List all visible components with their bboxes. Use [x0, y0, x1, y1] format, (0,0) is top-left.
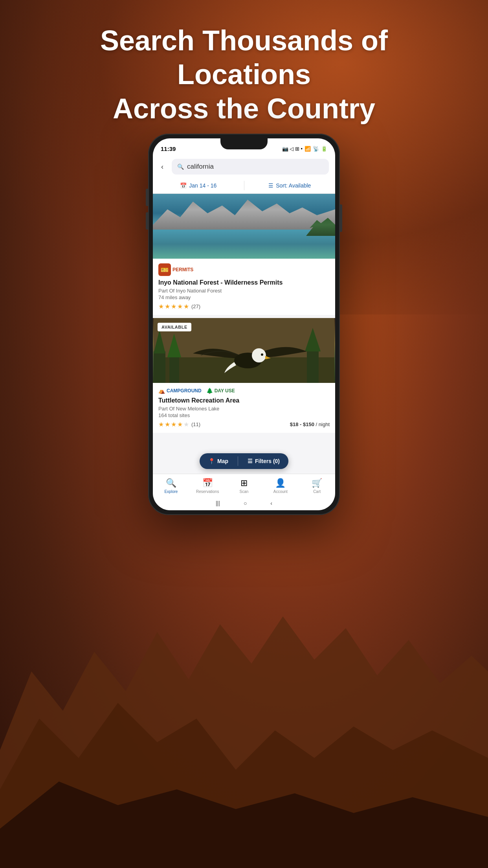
- svg-rect-4: [169, 355, 179, 383]
- phone-device: 11:39 📷 ◁ ⊞ • 📶 📡 🔋 ‹ 🔍 california: [148, 134, 340, 515]
- phone-frame: 11:39 📷 ◁ ⊞ • 📶 📡 🔋 ‹ 🔍 california: [148, 134, 340, 515]
- dayuse-tag: 🌲 DAY USE: [206, 388, 235, 394]
- map-label: Map: [217, 458, 228, 464]
- phone-notch: [220, 138, 268, 149]
- account-icon: 👤: [275, 478, 286, 488]
- dayuse-icon: 🌲: [206, 388, 213, 394]
- t-star-1: ★: [158, 421, 164, 428]
- card-tuttletown[interactable]: AVAILABLE ⛺ CAMPGROUND 🌲 DAY USE: [153, 318, 335, 433]
- filters-button[interactable]: ☰ Filters (0): [239, 453, 288, 469]
- star-3: ★: [171, 303, 176, 310]
- card-inyo-footer: ★ ★ ★ ★ ★ (27): [158, 303, 330, 310]
- wifi-icon: 📶: [305, 146, 311, 152]
- header-title: Search Thousands of Locations Across the…: [31, 24, 457, 125]
- card-inyo-tags: 🎫 PERMITS: [158, 263, 330, 276]
- android-back[interactable]: ‹: [270, 500, 272, 506]
- card-inyo-subtitle: Part Of Inyo National Forest: [158, 288, 330, 294]
- t-review-count: (11): [191, 421, 200, 427]
- page-header: Search Thousands of Locations Across the…: [0, 24, 488, 125]
- sort-filter-label: Sort: Available: [276, 182, 311, 189]
- phone-screen: 11:39 📷 ◁ ⊞ • 📶 📡 🔋 ‹ 🔍 california: [153, 138, 335, 510]
- sort-filter-button[interactable]: ☰ Sort: Available: [244, 178, 336, 193]
- content-scroll: 🎫 PERMITS Inyo National Forest - Wildern…: [153, 194, 335, 474]
- permits-icon: 🎫: [158, 263, 171, 276]
- nav-reservations[interactable]: 📅 Reservations: [189, 474, 226, 496]
- reservations-icon: 📅: [202, 478, 213, 488]
- permits-label: PERMITS: [172, 267, 193, 272]
- android-nav-bar: ||| ○ ‹: [153, 496, 335, 510]
- card-tuttletown-image: AVAILABLE: [153, 318, 335, 383]
- star-4: ★: [177, 303, 183, 310]
- android-recents[interactable]: |||: [216, 500, 220, 506]
- floating-buttons: 📍 Map ☰ Filters (0): [200, 453, 288, 469]
- svg-rect-6: [307, 349, 319, 383]
- filter-bar: 📅 Jan 14 - 16 ☰ Sort: Available: [153, 178, 335, 194]
- volume-down-button: [146, 212, 148, 230]
- card-tuttletown-sites: 164 total sites: [158, 412, 330, 418]
- float-divider: [238, 456, 238, 466]
- campground-icon: ⛺: [158, 388, 165, 394]
- t-star-5: ★: [183, 421, 189, 428]
- star-2: ★: [165, 303, 170, 310]
- back-button[interactable]: ‹: [156, 160, 169, 173]
- nav-scan[interactable]: ⊞ Scan: [226, 474, 262, 496]
- price-amount: $18 - $150: [290, 421, 314, 427]
- search-icon: 🔍: [177, 164, 184, 170]
- filters-label: Filters (0): [255, 458, 280, 464]
- date-filter-button[interactable]: 📅 Jan 14 - 16: [153, 178, 244, 193]
- power-button: [340, 204, 342, 232]
- explore-icon: 🔍: [166, 478, 176, 488]
- date-filter-label: Jan 14 - 16: [189, 182, 216, 189]
- explore-label: Explore: [164, 489, 178, 494]
- svg-point-11: [261, 353, 263, 356]
- volume-up-button: [146, 189, 148, 206]
- available-badge: AVAILABLE: [158, 323, 191, 331]
- card-tuttletown-stars: ★ ★ ★ ★ ★ (11): [158, 421, 200, 428]
- filters-icon: ☰: [248, 458, 253, 464]
- star-5-half: ★: [183, 303, 189, 310]
- nav-explore[interactable]: 🔍 Explore: [153, 474, 189, 496]
- t-star-2: ★: [165, 421, 170, 428]
- price-text: $18 - $150 / night: [290, 421, 330, 427]
- scan-icon: ⊞: [240, 478, 248, 488]
- permits-tag: 🎫 PERMITS: [158, 263, 193, 276]
- cart-icon: 🛒: [312, 478, 322, 488]
- background-mountains: [0, 514, 488, 868]
- campground-label: CAMPGROUND: [167, 388, 202, 394]
- t-star-4-half: ★: [177, 421, 183, 428]
- map-pin-icon: 📍: [208, 458, 215, 464]
- card-tuttletown-body: ⛺ CAMPGROUND 🌲 DAY USE Tuttletown Recrea…: [153, 383, 335, 433]
- card-tuttletown-footer: ★ ★ ★ ★ ★ (11) $18 - $150 / night: [158, 421, 330, 428]
- svg-point-9: [252, 348, 266, 362]
- account-label: Account: [273, 489, 288, 494]
- search-query-text: california: [187, 163, 214, 171]
- card-inyo-image: [153, 194, 335, 259]
- nav-account[interactable]: 👤 Account: [262, 474, 299, 496]
- search-area: ‹ 🔍 california: [153, 156, 335, 178]
- signal-icon: 📡: [313, 146, 319, 152]
- back-icon: ‹: [161, 163, 163, 171]
- search-input-box[interactable]: 🔍 california: [172, 159, 329, 175]
- card-tuttletown-title: Tuttletown Recreation Area: [158, 397, 330, 404]
- price-unit: / night: [316, 421, 330, 427]
- scan-label: Scan: [240, 489, 249, 494]
- cart-label: Cart: [313, 489, 321, 494]
- star-1: ★: [158, 303, 164, 310]
- svg-rect-2: [154, 351, 165, 383]
- card-inyo-distance: 74 miles away: [158, 294, 330, 300]
- campground-tag: ⛺ CAMPGROUND: [158, 388, 202, 394]
- card-inyo-body: 🎫 PERMITS Inyo National Forest - Wildern…: [153, 259, 335, 315]
- bottom-nav: 🔍 Explore 📅 Reservations ⊞ Scan 👤 Accoun…: [153, 474, 335, 496]
- mountain-decoration: [153, 194, 335, 233]
- status-icons: 📷 ◁ ⊞ • 📶 📡 🔋: [282, 146, 327, 152]
- nav-cart[interactable]: 🛒 Cart: [299, 474, 335, 496]
- card-inyo-stars: ★ ★ ★ ★ ★ (27): [158, 303, 200, 310]
- card-inyo-title: Inyo National Forest - Wilderness Permit…: [158, 279, 330, 286]
- battery-icon: 🔋: [321, 146, 327, 152]
- android-home[interactable]: ○: [244, 500, 247, 506]
- map-button[interactable]: 📍 Map: [200, 453, 237, 469]
- calendar-icon: 📅: [180, 182, 187, 189]
- t-star-3: ★: [171, 421, 176, 428]
- card-inyo[interactable]: 🎫 PERMITS Inyo National Forest - Wildern…: [153, 194, 335, 315]
- review-count: (27): [191, 303, 200, 309]
